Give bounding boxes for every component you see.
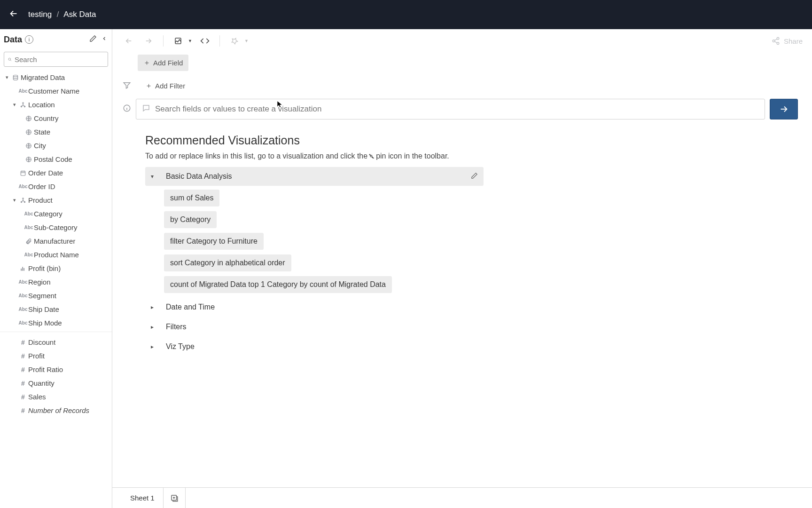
abc-icon: Abc — [18, 320, 28, 325]
chevron-down-icon: ▾ — [11, 197, 18, 203]
toolbar-separator — [163, 35, 164, 47]
field-order-id[interactable]: AbcOrder ID — [0, 180, 112, 193]
breadcrumb-leaf: Ask Data — [63, 10, 96, 19]
search-input[interactable] — [15, 56, 104, 64]
svg-point-1 — [23, 102, 23, 103]
toolbar: ▼ ▼ Share — [112, 29, 812, 53]
field-order-date[interactable]: Order Date — [0, 166, 112, 180]
svg-point-0 — [8, 58, 11, 60]
chevron-down-icon: ▾ — [11, 102, 18, 108]
number-icon: # — [18, 393, 28, 401]
save-viz-button[interactable] — [171, 34, 185, 48]
abc-icon: Abc — [18, 88, 28, 94]
field-segment[interactable]: AbcSegment — [0, 289, 112, 302]
submit-button[interactable] — [770, 99, 798, 119]
field-customer-name[interactable]: Abc Customer Name — [0, 84, 112, 98]
abc-icon: Abc — [23, 252, 34, 257]
hierarchy-icon — [18, 197, 28, 204]
globe-icon — [23, 143, 34, 149]
info-icon[interactable]: i — [25, 35, 33, 44]
number-icon: # — [18, 352, 28, 360]
rec-group-filters[interactable]: ▸ Filters — [145, 318, 484, 336]
svg-point-17 — [773, 40, 775, 42]
data-sidebar: Data i ▾ Migrated Data — [0, 29, 112, 508]
sheet-tab[interactable]: Sheet 1 — [122, 488, 164, 508]
rec-group-date-and-time[interactable]: ▸ Date and Time — [145, 298, 484, 317]
svg-rect-8 — [21, 171, 25, 175]
svg-point-18 — [777, 42, 779, 45]
number-icon: # — [18, 366, 28, 373]
field-profit[interactable]: #Profit — [0, 349, 112, 363]
hierarchy-icon — [18, 102, 28, 108]
sidebar-header: Data i — [0, 29, 112, 50]
info-icon[interactable] — [123, 104, 131, 114]
content-area: ▼ ▼ Share ＋ Add Field — [112, 29, 812, 508]
rec-item[interactable]: filter Category to Furniture — [164, 233, 264, 250]
rec-group-basic-data-analysis[interactable]: ▾ Basic Data Analysis — [145, 167, 484, 186]
edit-icon[interactable] — [89, 35, 97, 44]
embed-code-button[interactable] — [198, 34, 212, 48]
field-state[interactable]: State — [0, 125, 112, 139]
field-country[interactable]: Country — [0, 111, 112, 125]
pin-icon — [367, 151, 376, 161]
globe-icon — [23, 129, 34, 135]
chevron-down-icon: ▾ — [151, 173, 159, 180]
field-number-of-records[interactable]: #Number of Records — [0, 404, 112, 417]
filter-icon — [123, 81, 131, 91]
edit-icon[interactable] — [471, 172, 478, 181]
query-input-wrap[interactable] — [136, 99, 765, 119]
field-sub-category[interactable]: AbcSub-Category — [0, 221, 112, 234]
svg-rect-12 — [21, 269, 22, 271]
abc-icon: Abc — [18, 279, 28, 285]
collapse-sidebar-icon[interactable] — [102, 35, 107, 44]
field-profit-ratio[interactable]: #Profit Ratio — [0, 363, 112, 376]
rec-item[interactable]: count of Migrated Data top 1 Category by… — [164, 276, 392, 293]
pin-button[interactable] — [227, 34, 242, 48]
search-icon — [8, 56, 12, 63]
field-postal-code[interactable]: Postal Code — [0, 152, 112, 166]
sidebar-title: Data — [4, 35, 22, 45]
field-manufacturer[interactable]: Manufacturer — [0, 234, 112, 248]
back-icon[interactable] — [8, 8, 19, 21]
field-product-name[interactable]: AbcProduct Name — [0, 248, 112, 262]
field-city[interactable]: City — [0, 139, 112, 152]
rec-item[interactable]: sum of Sales — [164, 190, 219, 206]
chevron-down-icon: ▾ — [4, 74, 10, 80]
plus-icon: ＋ — [143, 58, 150, 67]
folder-location[interactable]: ▾ Location — [0, 98, 112, 111]
share-button: Share — [772, 37, 803, 45]
field-quantity[interactable]: #Quantity — [0, 376, 112, 390]
svg-point-16 — [777, 38, 779, 40]
rec-group-viz-type[interactable]: ▸ Viz Type — [145, 337, 484, 356]
field-discount[interactable]: #Discount — [0, 335, 112, 349]
breadcrumb-root[interactable]: testing — [28, 10, 52, 19]
new-sheet-button[interactable] — [164, 488, 186, 508]
abc-icon: Abc — [23, 225, 34, 230]
undo-button[interactable] — [122, 34, 136, 48]
add-field-button[interactable]: ＋ Add Field — [138, 55, 188, 71]
chevron-right-icon: ▸ — [151, 343, 159, 350]
datasource-label: Migrated Data — [21, 73, 65, 81]
chevron-down-icon[interactable]: ▼ — [188, 39, 192, 43]
rec-item[interactable]: by Category — [164, 211, 217, 228]
field-profit-bin[interactable]: Profit (bin) — [0, 262, 112, 275]
field-ship-mode[interactable]: AbcShip Mode — [0, 316, 112, 330]
query-input[interactable] — [155, 104, 759, 114]
abc-icon: Abc — [23, 211, 34, 216]
redo-button[interactable] — [141, 34, 156, 48]
breadcrumb-separator: / — [57, 10, 59, 19]
chevron-down-icon: ▼ — [244, 39, 249, 43]
search-box[interactable] — [4, 52, 108, 67]
field-category[interactable]: AbcCategory — [0, 207, 112, 221]
field-sales[interactable]: #Sales — [0, 390, 112, 404]
field-region[interactable]: AbcRegion — [0, 275, 112, 289]
chat-icon — [142, 104, 150, 114]
add-filter-button[interactable]: ＋ Add Filter — [140, 78, 191, 94]
folder-product[interactable]: ▾ Product — [0, 193, 112, 207]
abc-icon: Abc — [18, 184, 28, 189]
field-ship-date[interactable]: AbcShip Date — [0, 302, 112, 316]
recommended-subtitle: To add or replace links in this list, go… — [145, 152, 798, 160]
rec-item[interactable]: sort Category in alphabetical order — [164, 254, 291, 271]
paperclip-icon — [23, 238, 34, 245]
datasource-node[interactable]: ▾ Migrated Data — [0, 71, 112, 84]
